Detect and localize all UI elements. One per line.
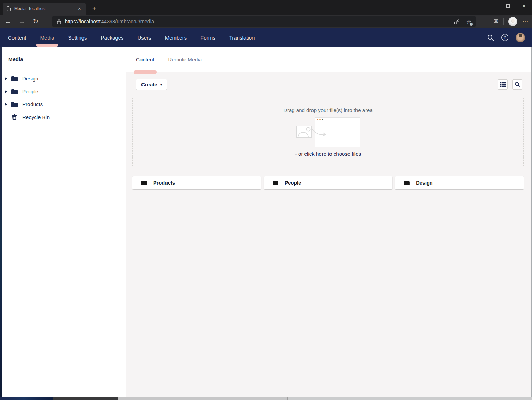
mail-extension-icon[interactable]: ✉ [494, 18, 498, 25]
folder-card-people[interactable]: People [264, 176, 393, 189]
expand-caret-icon[interactable] [5, 103, 7, 106]
nav-item-users[interactable]: Users [137, 28, 151, 47]
toolbar-right: ✉ ⋯ [494, 15, 529, 28]
folder-cards: Products People Design [132, 176, 524, 189]
tree-section-title: Media [8, 56, 125, 62]
folder-icon [272, 180, 278, 185]
browser-titlebar: Media - localhost ✕ + ✕ [0, 0, 532, 15]
nav-item-settings[interactable]: Settings [68, 28, 87, 47]
star-plus-icon: + [470, 23, 473, 26]
folder-icon [403, 180, 410, 185]
grid-icon [500, 82, 506, 87]
folder-icon [11, 102, 18, 107]
refresh-button[interactable]: ↻ [30, 16, 42, 27]
back-button[interactable]: ← [2, 16, 14, 27]
minimize-icon [490, 6, 494, 6]
grid-view-button[interactable] [498, 79, 508, 90]
tab-remote-media[interactable]: Remote Media [168, 47, 202, 72]
forward-button[interactable]: → [16, 16, 28, 27]
tree-item-recycle-bin[interactable]: Recycle Bin [2, 111, 125, 124]
dropzone-title: Drag and drop your file(s) into the area [283, 107, 373, 113]
search-media-button[interactable] [512, 79, 522, 90]
folder-icon [11, 89, 18, 94]
workspace-tabbar: Content Remote Media [126, 47, 532, 72]
url-text: https://localhost:44398/umbraco#/media [65, 19, 154, 24]
page-icon [7, 6, 11, 11]
tree-item-products[interactable]: Products [2, 98, 125, 111]
window-minimize-button[interactable] [484, 0, 500, 12]
nav-item-media[interactable]: Media [40, 28, 54, 47]
workspace-content: Create ▾ [126, 72, 532, 189]
folder-icon [11, 76, 18, 81]
close-icon: ✕ [522, 4, 526, 8]
umbraco-top-nav: Content Media Settings Packages Users Me… [0, 28, 532, 47]
maximize-icon [506, 4, 510, 8]
nav-item-content[interactable]: Content [8, 28, 26, 47]
bottom-edge-strip [0, 397, 532, 400]
nav-item-translation[interactable]: Translation [229, 28, 255, 47]
expand-caret-icon[interactable] [5, 77, 7, 80]
trash-icon [11, 114, 18, 120]
favorite-star-icon[interactable]: ☆+ [466, 18, 471, 25]
nav-item-forms[interactable]: Forms [200, 28, 215, 47]
search-icon [515, 82, 520, 87]
tab-title: Media - localhost [14, 6, 77, 11]
user-avatar[interactable] [516, 33, 525, 42]
create-button[interactable]: Create ▾ [136, 79, 167, 90]
tab-close-icon[interactable]: ✕ [77, 6, 83, 12]
media-tree: Design People Products [2, 72, 125, 124]
dropzone-choose-files-link[interactable]: - or click here to choose files [295, 151, 361, 157]
window-controls: ✕ [484, 0, 532, 12]
tab-content[interactable]: Content [136, 47, 154, 72]
browser-profile-avatar[interactable] [508, 17, 517, 26]
folder-card-products[interactable]: Products [132, 176, 261, 189]
lock-icon [57, 19, 61, 24]
password-key-icon[interactable] [454, 19, 460, 25]
browser-tab[interactable]: Media - localhost ✕ [3, 3, 86, 15]
toolbar-divider [503, 18, 504, 25]
new-tab-button[interactable]: + [89, 3, 99, 13]
app-body: Media Design People [0, 47, 532, 397]
upload-illustration [296, 117, 361, 148]
chevron-down-icon: ▾ [160, 82, 162, 87]
expand-caret-icon[interactable] [5, 90, 7, 93]
window-maximize-button[interactable] [500, 0, 516, 12]
media-tree-panel: Media Design People [2, 47, 125, 397]
search-icon[interactable] [487, 34, 494, 41]
help-icon[interactable]: ? [501, 34, 508, 41]
browser-menu-icon[interactable]: ⋯ [522, 18, 529, 25]
scrollbar-strip[interactable] [531, 47, 532, 397]
address-bar[interactable]: https://localhost:44398/umbraco#/media ☆… [52, 16, 476, 27]
nav-item-packages[interactable]: Packages [101, 28, 124, 47]
file-dropzone[interactable]: Drag and drop your file(s) into the area [132, 98, 524, 166]
media-workspace: Content Remote Media Create ▾ [126, 47, 532, 397]
folder-icon [141, 180, 147, 185]
folder-card-design[interactable]: Design [395, 176, 524, 189]
nav-item-members[interactable]: Members [165, 28, 187, 47]
tree-item-people[interactable]: People [2, 85, 125, 98]
tree-item-design[interactable]: Design [2, 72, 125, 85]
window-close-button[interactable]: ✕ [516, 0, 532, 12]
